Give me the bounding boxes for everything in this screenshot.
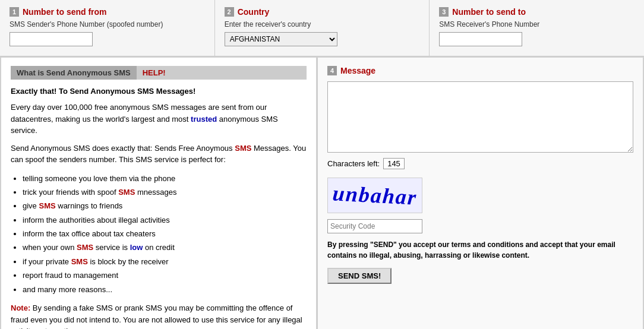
- country-select[interactable]: AFGHANISTAN ALBANIA ALGERIA ANDORRA ANGO…: [225, 32, 337, 46]
- step3-box: 3 Number to send to SMS Receiver's Phone…: [430, 0, 644, 56]
- sender-phone-input[interactable]: [10, 32, 93, 46]
- chars-left-label: Characters left:: [327, 159, 380, 168]
- step2-sublabel: Enter the receiver's country: [225, 20, 420, 29]
- step1-sublabel: SMS Sender's Phone Number (spoofed numbe…: [10, 20, 205, 29]
- step3-sublabel: SMS Receiver's Phone Number: [439, 20, 634, 29]
- benefits-list: telling someone you love them via the ph…: [23, 172, 307, 297]
- captcha-image: unbahar: [327, 178, 422, 213]
- step1-label: Number to send from: [23, 7, 107, 17]
- step2-number: 2: [225, 7, 234, 17]
- para1: Every day over 100,000 free anonymous SM…: [11, 102, 307, 137]
- captcha-text: unbahar: [332, 181, 418, 210]
- step2-label: Country: [238, 7, 270, 17]
- captcha-area: unbahar: [327, 178, 633, 213]
- note-label: Note:: [11, 303, 30, 312]
- what-is-label: What is Send Anonymous SMS: [11, 66, 137, 80]
- main-heading: Exactly that! To Send Anonymous SMS Mess…: [11, 87, 307, 96]
- note-section: Note: By sending a fake SMS or prank SMS…: [11, 302, 307, 329]
- help-label: HELP!: [137, 66, 172, 80]
- what-is-bar: What is Send Anonymous SMS HELP!: [11, 66, 307, 80]
- step3-label: Number to send to: [452, 7, 526, 17]
- chars-left-row: Characters left: 145: [327, 158, 633, 169]
- step1-box: 1 Number to send from SMS Sender's Phone…: [0, 0, 215, 56]
- list-item: telling someone you love them via the ph…: [23, 172, 307, 185]
- message-textarea[interactable]: [327, 81, 633, 153]
- step4-title: 4 Message: [327, 66, 633, 75]
- sms-highlight2: SMS: [118, 188, 135, 197]
- left-panel: What is Send Anonymous SMS HELP! Exactly…: [1, 58, 316, 329]
- sms-highlight3: SMS: [39, 201, 55, 210]
- step2-box: 2 Country Enter the receiver's country A…: [215, 0, 430, 56]
- receiver-phone-input[interactable]: [439, 32, 522, 46]
- step2-title: 2 Country: [225, 7, 420, 17]
- right-panel: 4 Message Characters left: 145 unbahar B…: [317, 58, 643, 329]
- sms-highlight5: SMS: [71, 257, 88, 266]
- list-item: inform the authorities about illegal act…: [23, 213, 307, 227]
- list-item: report fraud to management: [23, 268, 307, 282]
- main-area: What is Send Anonymous SMS HELP! Exactly…: [0, 56, 644, 329]
- step3-title: 3 Number to send to: [439, 7, 634, 17]
- chars-left-value: 145: [383, 158, 405, 169]
- low-highlight: low: [130, 243, 143, 252]
- step1-title: 1 Number to send from: [10, 7, 205, 17]
- list-item: trick your friends with spoof SMS mnessa…: [23, 185, 307, 199]
- trusted-highlight: trusted: [191, 115, 217, 124]
- send-button[interactable]: SEND SMS!: [327, 268, 392, 284]
- list-item: give SMS warnings to friends: [23, 199, 307, 213]
- list-item: when your own SMS service is low on cred…: [23, 241, 307, 254]
- sms-highlight: SMS: [235, 144, 251, 153]
- security-code-input[interactable]: [327, 219, 422, 233]
- list-item: inform the tax office about tax cheaters: [23, 227, 307, 241]
- step3-number: 3: [439, 7, 449, 17]
- top-bar: 1 Number to send from SMS Sender's Phone…: [0, 0, 644, 56]
- para2: Send Anonymous SMS does exactly that: Se…: [11, 143, 307, 166]
- step1-number: 1: [10, 7, 19, 17]
- terms-text: By pressing "SEND" you accept our terms …: [327, 239, 633, 261]
- list-item: if your private SMS is block by the rece…: [23, 255, 307, 268]
- list-item: and many more reasons...: [23, 283, 307, 296]
- step4-number: 4: [327, 66, 337, 75]
- step4-label: Message: [340, 66, 375, 75]
- sms-highlight4: SMS: [77, 243, 93, 252]
